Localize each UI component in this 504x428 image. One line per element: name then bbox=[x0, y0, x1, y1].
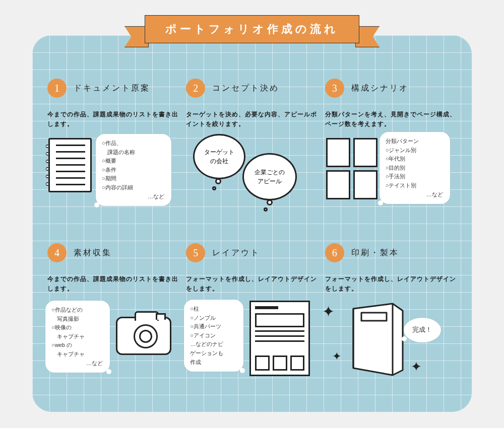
step-desc: フォーマットを作成し、レイアウトデザインをします。 bbox=[325, 274, 457, 294]
step-title: コンセプト決め bbox=[212, 83, 279, 94]
step-1-bubble: ○作品、 課題の名称 ○概要 ○条件 ○期間 ○内容の詳細 …など bbox=[96, 134, 171, 206]
step-title: 印刷・製本 bbox=[351, 248, 399, 258]
step-4-bubble: ○作品などの 写真撮影 ○映像の キャプチャ ○web の キャプチャ …など bbox=[45, 301, 110, 373]
svg-rect-3 bbox=[361, 313, 387, 321]
camera-icon bbox=[116, 317, 171, 355]
step-number: 3 bbox=[325, 79, 344, 98]
step-title: レイアウト bbox=[212, 248, 260, 258]
sparkle-icon: ✦ bbox=[332, 350, 341, 363]
flow-panel: 1 ドキュメント原案 今までの作品、課題成果物のリストを書き出します。 ○作品、… bbox=[32, 35, 472, 412]
step-4: 4 素材収集 今までの作品、課題成果物のリストを書き出します。 ○作品などの 写… bbox=[47, 243, 179, 397]
step-title: 素材収集 bbox=[74, 248, 112, 258]
sparkle-icon: ✦ bbox=[322, 303, 335, 320]
step-title: ドキュメント原案 bbox=[74, 83, 150, 94]
step-desc: 分類パターンを考え、見開きでページ構成、ページ数を考えます。 bbox=[325, 110, 457, 129]
step-6: 6 印刷・製本 フォーマットを作成し、レイアウトデザインをします。 ✦ ✦ ✦ … bbox=[325, 243, 457, 397]
notebook-icon bbox=[48, 138, 92, 192]
step-6-bubble: 完成！ bbox=[404, 318, 441, 342]
step-number: 6 bbox=[325, 243, 344, 262]
book-icon bbox=[343, 302, 409, 377]
bubble-tail-icon bbox=[215, 178, 221, 184]
step-number: 1 bbox=[47, 79, 67, 98]
bubble-tail-icon bbox=[212, 186, 216, 190]
steps-grid: 1 ドキュメント原案 今までの作品、課題成果物のリストを書き出します。 ○作品、… bbox=[47, 79, 457, 397]
thought-bubble-target: ターゲット の会社 bbox=[193, 134, 245, 179]
step-desc: 今までの作品、課題成果物のリストを書き出します。 bbox=[47, 110, 179, 129]
page-title: ポートフォリオ作成の流れ bbox=[145, 15, 359, 43]
title-banner: ポートフォリオ作成の流れ bbox=[145, 15, 359, 43]
step-number: 2 bbox=[186, 79, 205, 98]
step-desc: フォーマットを作成し、レイアウトデザインをします。 bbox=[186, 274, 318, 294]
step-1: 1 ドキュメント原案 今までの作品、課題成果物のリストを書き出します。 ○作品、… bbox=[47, 79, 179, 232]
step-desc: 今までの作品、課題成果物のリストを書き出します。 bbox=[47, 274, 179, 294]
step-desc: ターゲットを決め、必要な内容、アピールポイントを絞ります。 bbox=[186, 110, 318, 129]
step-number: 5 bbox=[186, 243, 205, 262]
bubble-tail-icon bbox=[267, 199, 273, 205]
thought-bubble-appeal: 企業ごとの アピール bbox=[242, 153, 297, 200]
step-number: 4 bbox=[47, 243, 67, 262]
sparkle-icon: ✦ bbox=[411, 359, 422, 375]
step-2: 2 コンセプト決め ターゲットを決め、必要な内容、アピールポイントを絞ります。 … bbox=[186, 79, 318, 232]
step-5: 5 レイアウト フォーマットを作成し、レイアウトデザインをします。 ○柱 ○ノン… bbox=[186, 243, 318, 397]
page-grid-icon bbox=[326, 138, 377, 199]
step-3-bubble: 分類パターン ○ジャンル別 ○年代別 ○目的別 ○手法別 ○テイスト別 …など bbox=[380, 132, 450, 204]
step-title: 構成シナリオ bbox=[351, 83, 409, 94]
step-3: 3 構成シナリオ 分類パターンを考え、見開きでページ構成、ページ数を考えます。 … bbox=[325, 79, 457, 232]
step-5-bubble: ○柱 ○ノンブル ○共通パーツ ○アイコン …などのナビ ゲーションも 作成 bbox=[184, 300, 243, 372]
bubble-tail-icon bbox=[264, 207, 268, 211]
layout-page-icon bbox=[249, 301, 310, 376]
